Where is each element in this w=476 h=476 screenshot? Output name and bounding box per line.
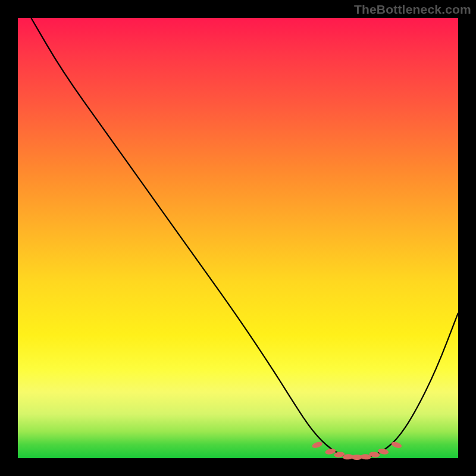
optimal-marker	[311, 441, 323, 449]
bottleneck-curve	[31, 18, 458, 458]
curve-svg	[18, 18, 458, 458]
plot-area	[18, 18, 458, 458]
watermark-text: TheBottleneck.com	[354, 2, 471, 17]
optimal-marker	[390, 441, 402, 449]
chart-frame: TheBottleneck.com	[0, 0, 476, 476]
